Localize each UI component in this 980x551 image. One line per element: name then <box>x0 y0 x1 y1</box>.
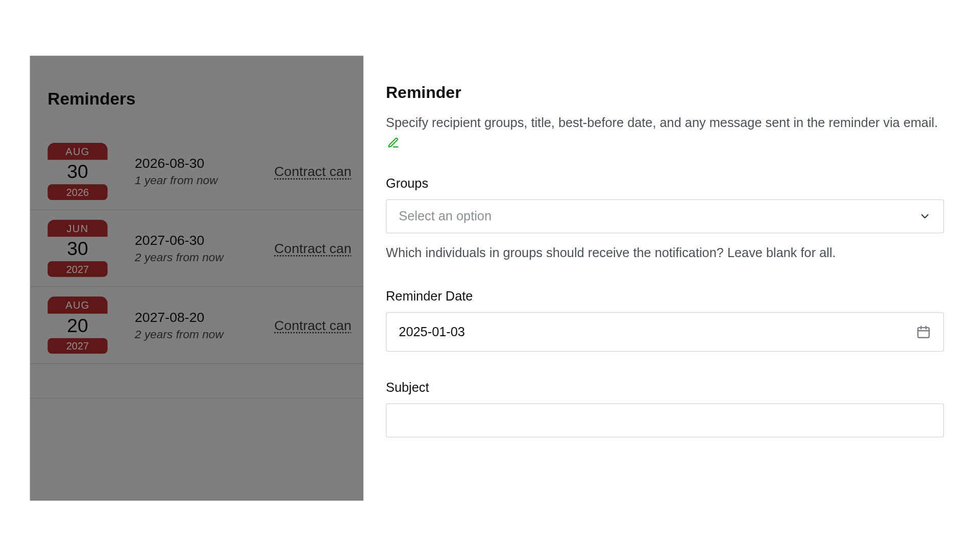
svg-rect-0 <box>918 328 929 338</box>
reminder-row[interactable]: AUG 30 2026 2026-08-30 1 year from now C… <box>30 133 363 210</box>
badge-month: AUG <box>47 296 107 313</box>
badge-month: JUN <box>47 220 107 237</box>
groups-label: Groups <box>386 176 944 191</box>
reminder-relative: 2 years from now <box>135 251 247 264</box>
subject-input[interactable] <box>386 404 944 438</box>
reminder-date-block: 2027-08-20 2 years from now <box>135 309 247 341</box>
badge-month: AUG <box>47 143 107 160</box>
panel-description: Specify recipient groups, title, best-be… <box>386 113 944 154</box>
panel-description-text: Specify recipient groups, title, best-be… <box>386 116 938 130</box>
reminder-form-panel: Reminder Specify recipient groups, title… <box>386 83 944 438</box>
badge-day: 30 <box>47 237 107 261</box>
badge-day: 20 <box>47 314 107 338</box>
subject-label: Subject <box>386 381 944 395</box>
reminder-date-input[interactable]: 2025-01-03 <box>386 312 944 352</box>
calendar-icon[interactable] <box>916 324 931 339</box>
reminder-date: 2027-08-20 <box>135 309 247 325</box>
reminder-date-block: 2027-06-30 2 years from now <box>135 232 247 264</box>
reminder-row[interactable]: AUG 20 2027 2027-08-20 2 years from now … <box>30 287 363 364</box>
reminder-row[interactable]: JUN 30 2027 2027-06-30 2 years from now … <box>30 210 363 287</box>
groups-select[interactable]: Select an option <box>386 199 944 233</box>
badge-year: 2026 <box>47 184 107 200</box>
reminders-panel: Reminders AUG 30 2026 2026-08-30 1 year … <box>30 56 363 500</box>
reminder-date-label: Reminder Date <box>386 289 944 304</box>
reminder-relative: 1 year from now <box>135 174 247 188</box>
reminders-heading: Reminders <box>30 77 363 134</box>
chevron-down-icon <box>919 210 931 222</box>
reminder-link[interactable]: Contract can <box>274 240 351 256</box>
badge-year: 2027 <box>47 338 107 354</box>
reminder-date: 2027-06-30 <box>135 232 247 248</box>
reminder-date-value: 2025-01-03 <box>399 324 465 339</box>
date-badge: AUG 30 2026 <box>47 143 107 200</box>
groups-help-text: Which individuals in groups should recei… <box>386 243 944 264</box>
badge-year: 2027 <box>47 261 107 277</box>
badge-day: 30 <box>47 160 107 184</box>
reminder-date: 2026-08-30 <box>135 156 247 171</box>
reminder-link[interactable]: Contract can <box>274 317 351 333</box>
reminder-date-block: 2026-08-30 1 year from now <box>135 156 247 188</box>
date-badge: AUG 20 2027 <box>47 296 107 354</box>
reminder-relative: 2 years from now <box>135 328 247 341</box>
groups-placeholder: Select an option <box>399 209 492 223</box>
edit-icon[interactable] <box>387 137 400 149</box>
date-badge: JUN 30 2027 <box>47 220 107 277</box>
panel-title: Reminder <box>386 83 944 102</box>
reminder-link[interactable]: Contract can <box>274 164 351 180</box>
